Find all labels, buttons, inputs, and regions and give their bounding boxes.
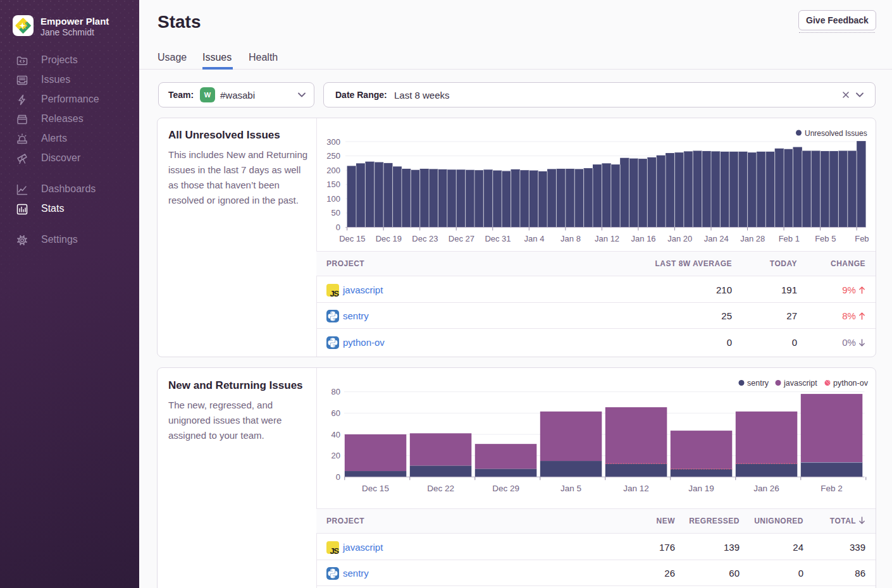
svg-text:Feb 2: Feb 2: [821, 484, 843, 493]
svg-text:300: 300: [326, 137, 340, 147]
svg-text:Jan 12: Jan 12: [623, 484, 649, 493]
svg-text:Dec 19: Dec 19: [376, 234, 402, 243]
svg-text:Dec 15: Dec 15: [339, 234, 365, 243]
svg-text:Jan 16: Jan 16: [631, 234, 656, 243]
svg-text:40: 40: [331, 430, 340, 439]
svg-text:Jan 26: Jan 26: [753, 484, 779, 493]
svg-text:javascript: javascript: [783, 379, 817, 388]
svg-text:0: 0: [336, 472, 340, 482]
svg-text:sentry: sentry: [747, 379, 769, 388]
svg-text:80: 80: [331, 387, 340, 396]
svg-text:Dec 22: Dec 22: [427, 484, 454, 493]
svg-text:Jan 12: Jan 12: [595, 234, 619, 243]
svg-text:Jan 8: Jan 8: [561, 234, 581, 243]
svg-text:50: 50: [331, 208, 340, 217]
svg-text:Feb 1: Feb 1: [779, 234, 800, 243]
svg-text:Dec 15: Dec 15: [362, 484, 389, 493]
svg-text:Feb 5: Feb 5: [815, 234, 836, 243]
svg-text:0: 0: [336, 223, 340, 232]
svg-text:200: 200: [326, 166, 340, 175]
svg-text:Dec 29: Dec 29: [492, 484, 519, 493]
svg-text:Jan 19: Jan 19: [688, 484, 714, 493]
svg-text:Jan 4: Jan 4: [524, 234, 545, 243]
svg-text:Jan 24: Jan 24: [704, 234, 729, 243]
svg-text:Dec 23: Dec 23: [412, 234, 438, 243]
svg-text:Jan 5: Jan 5: [561, 484, 581, 493]
svg-text:Dec 31: Dec 31: [485, 234, 511, 243]
svg-text:100: 100: [326, 194, 340, 204]
svg-text:Dec 27: Dec 27: [449, 234, 474, 243]
svg-text:Jan 28: Jan 28: [740, 234, 765, 243]
svg-text:250: 250: [326, 151, 340, 161]
svg-text:Feb: Feb: [855, 234, 869, 243]
svg-text:Jan 20: Jan 20: [667, 234, 692, 243]
svg-text:60: 60: [331, 408, 340, 418]
svg-text:150: 150: [326, 180, 340, 189]
svg-text:Unresolved Issues: Unresolved Issues: [805, 129, 867, 138]
svg-text:20: 20: [331, 451, 340, 460]
svg-text:python-ov: python-ov: [833, 379, 869, 388]
